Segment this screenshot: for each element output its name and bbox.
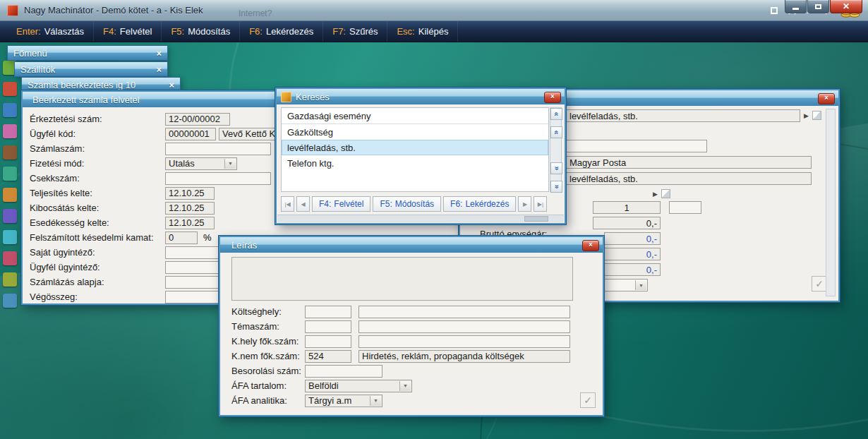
erkeztetesi-szam-field[interactable]: 12-00/00002 <box>165 113 230 126</box>
desktop-icon[interactable] <box>3 145 17 160</box>
scrollbar-thumb[interactable] <box>524 216 548 222</box>
desktop-icon[interactable] <box>3 209 17 223</box>
partner-field[interactable]: Magyar Posta <box>566 156 812 169</box>
besorolasi-szam-field[interactable] <box>305 365 382 378</box>
amount-field-1[interactable]: 0,- <box>604 232 661 245</box>
list-item-selected[interactable]: levélfeladás, stb. <box>282 140 548 155</box>
temaszam-name-field[interactable] <box>358 320 570 333</box>
close-icon[interactable]: × <box>156 49 162 58</box>
afa-analitika-dropdown[interactable]: Tárgyi a.m ▼ <box>305 395 382 407</box>
field-value: 00000001 <box>169 128 210 139</box>
f6-lekerdezes-button[interactable]: F6: Lekérdezés <box>443 196 516 212</box>
menu-item-modositas[interactable]: F5: Módosítás <box>162 21 240 42</box>
fizetesi-mod-dropdown[interactable]: Utalás ▼ <box>165 157 237 170</box>
chevron-down-icon[interactable]: ▼ <box>224 159 236 169</box>
amount-field-3[interactable]: 0,- <box>604 263 661 276</box>
expand-arrow-icon[interactable]: ▶ <box>804 113 809 119</box>
kibocsatas-kelte-field[interactable]: 12.10.25 <box>165 202 215 215</box>
list-item[interactable]: Gázköltség <box>282 124 548 140</box>
vertical-scrollbar[interactable]: « « « « <box>550 107 562 192</box>
temaszam-code-field[interactable] <box>305 320 351 333</box>
knem-fokszam-code-field[interactable]: 524 <box>305 350 351 363</box>
stacked-window-szallitok[interactable]: Szállítók × <box>14 61 168 77</box>
ugyfel-kod-field[interactable]: 00000001 <box>165 128 216 140</box>
next-record-button[interactable]: ▶ <box>518 196 531 212</box>
scroll-first-button[interactable]: « <box>550 108 562 120</box>
horizontal-scrollbar[interactable] <box>277 215 564 222</box>
teljesites-kelte-field[interactable]: 12.10.25 <box>165 187 215 200</box>
expand-arrow-icon[interactable]: ▶ <box>653 191 658 198</box>
desktop-icon[interactable] <box>3 272 17 287</box>
window-title: Nagy Machinátor - Demó kötet - a - Kis E… <box>24 5 203 16</box>
main-titlebar[interactable]: Nagy Machinátor - Demó kötet - a - Kis E… <box>0 0 868 21</box>
menu-item-kilepes[interactable]: Esc: Kilépés <box>387 21 458 42</box>
menu-item-felvetel[interactable]: F4: Felvétel <box>94 21 162 42</box>
scroll-last-button[interactable]: « <box>550 181 562 193</box>
desktop-icon[interactable] <box>3 82 17 96</box>
lookup-corner-button[interactable] <box>661 189 670 198</box>
desktop-icon[interactable] <box>3 230 17 244</box>
stacked-window-fomenu[interactable]: Főmenü × <box>7 45 168 61</box>
maximize-button[interactable] <box>807 0 829 13</box>
description-field[interactable]: levélfeladás, stb. <box>566 172 812 185</box>
double-chevron-up-icon: « <box>553 130 560 134</box>
cost-type-lookup-field[interactable]: levélfeladás, stb. <box>566 109 800 122</box>
desktop-icon[interactable] <box>3 251 17 265</box>
csekkszam-field[interactable] <box>165 172 271 185</box>
desktop-icon[interactable] <box>3 103 17 117</box>
close-button[interactable]: × <box>544 92 561 103</box>
kesedelmi-kamat-field[interactable]: 0 <box>165 231 198 244</box>
restore-layout-button[interactable] <box>771 7 778 14</box>
menu-key: F4: <box>103 26 116 37</box>
checkmark-icon: ✓ <box>815 278 824 289</box>
scroll-pagedown-button[interactable]: « <box>550 162 562 174</box>
last-record-button[interactable]: ▶| <box>534 196 547 212</box>
list-item[interactable]: Telefon ktg. <box>282 155 548 171</box>
esedekesseg-kelte-field[interactable]: 12.10.25 <box>165 217 215 229</box>
desktop-icon[interactable] <box>3 167 17 181</box>
koltseghely-name-field[interactable] <box>358 306 570 318</box>
szamlaszam-field[interactable] <box>165 143 271 155</box>
close-button[interactable]: × <box>818 93 835 104</box>
previous-record-button[interactable]: ◀ <box>296 196 310 212</box>
chevron-down-icon[interactable]: ▼ <box>399 381 411 391</box>
scroll-pageup-button[interactable]: « <box>550 126 562 138</box>
vertical-scrollbar[interactable] <box>826 109 836 296</box>
desktop-icon[interactable] <box>3 294 17 308</box>
detail-empty-field[interactable] <box>566 140 707 152</box>
desktop-icon[interactable] <box>3 124 17 138</box>
chevron-down-icon[interactable]: ▼ <box>370 396 381 406</box>
description-window-body: Költséghely: Témaszám: K.hely fők.szám: … <box>220 253 603 415</box>
koltseghely-code-field[interactable] <box>305 306 351 318</box>
knem-fokszam-name-field[interactable]: Hirdetés, reklám, propaganda költségek <box>358 350 570 363</box>
field-label: Csekkszám: <box>30 173 165 184</box>
window-controls: ✕ <box>784 0 862 13</box>
f5-modositas-button[interactable]: F5: Módosítás <box>373 196 441 212</box>
amount-field-2[interactable]: 0,- <box>604 248 661 260</box>
description-memo-field[interactable] <box>231 257 573 301</box>
minimize-button[interactable] <box>785 0 807 13</box>
afa-tartalom-dropdown[interactable]: Belföldi ▼ <box>305 380 412 392</box>
description-window-titlebar[interactable]: Leírás × <box>220 237 603 253</box>
menu-item-szures[interactable]: F7: Szűrés <box>323 21 387 42</box>
net-amount-field[interactable]: 0,- <box>593 217 661 229</box>
first-record-button[interactable]: |◀ <box>281 196 294 212</box>
unit-field[interactable] <box>669 201 701 214</box>
menu-item-valasztas[interactable]: Enter: Választás <box>7 21 94 42</box>
close-icon[interactable]: × <box>156 65 162 74</box>
close-icon[interactable]: × <box>169 80 174 90</box>
chevron-down-icon[interactable]: ▼ <box>635 280 646 290</box>
khely-fokszam-code-field[interactable] <box>305 335 351 348</box>
khely-fokszam-name-field[interactable] <box>358 335 570 348</box>
detail-dropdown[interactable]: ▼ <box>604 279 648 291</box>
close-button[interactable]: × <box>582 240 599 251</box>
quantity-field[interactable]: 1 <box>593 201 661 214</box>
close-button[interactable]: ✕ <box>830 0 862 13</box>
confirm-button[interactable]: ✓ <box>812 276 827 291</box>
search-window-titlebar[interactable]: Keresés × <box>277 89 565 104</box>
lookup-corner-button[interactable] <box>812 111 821 120</box>
f4-felvetel-button[interactable]: F4: Felvétel <box>312 196 370 212</box>
confirm-button[interactable]: ✓ <box>580 392 596 408</box>
desktop-icon[interactable] <box>3 188 17 202</box>
menu-item-lekerdezes[interactable]: F6: Lekérdezés <box>240 21 323 42</box>
